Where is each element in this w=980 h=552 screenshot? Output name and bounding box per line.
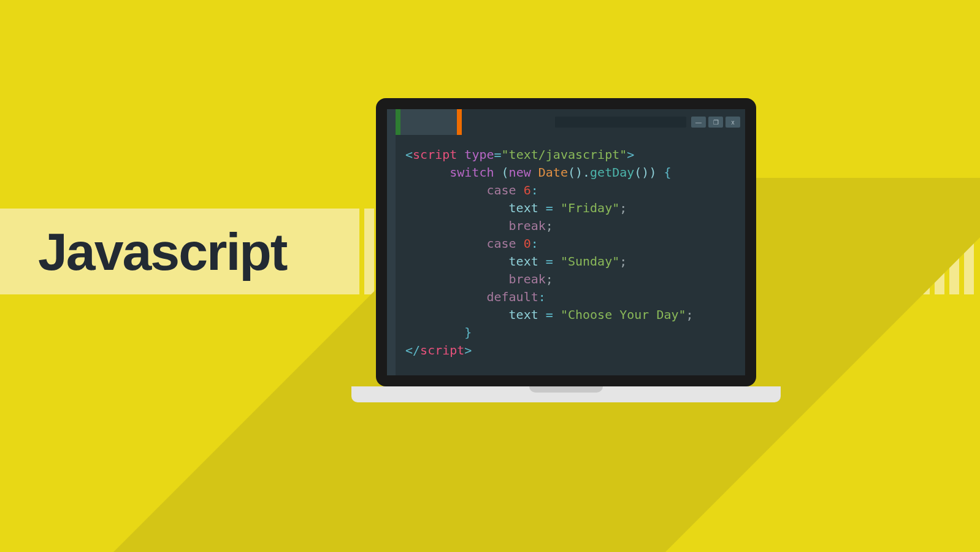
code-editor: — ❐ x <script type="text/javascript"> sw… <box>387 109 745 375</box>
editor-path-bar[interactable] <box>555 117 686 128</box>
maximize-button[interactable]: ❐ <box>708 117 723 128</box>
editor-gutter-top <box>387 109 396 135</box>
code-block: <script type="text/javascript"> switch (… <box>396 135 703 375</box>
tab-indicator-green <box>396 109 400 135</box>
editor-tab-active[interactable] <box>396 109 457 135</box>
page-title: Javascript <box>38 221 287 282</box>
title-band: Javascript <box>0 209 350 294</box>
tab-indicator-orange <box>457 109 462 135</box>
laptop-screen: — ❐ x <script type="text/javascript"> sw… <box>376 98 756 386</box>
close-button[interactable]: x <box>725 117 740 128</box>
window-controls: — ❐ x <box>691 117 740 128</box>
laptop-base <box>351 386 781 402</box>
editor-toolbar: — ❐ x <box>387 109 745 135</box>
editor-gutter <box>387 135 396 375</box>
minimize-button[interactable]: — <box>691 117 706 128</box>
